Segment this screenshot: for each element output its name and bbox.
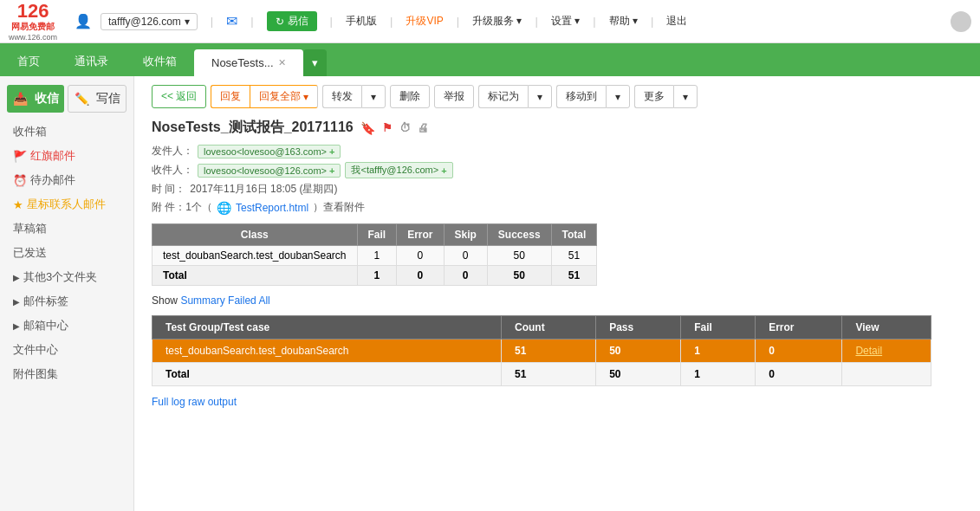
test-case-cell: test_doubanSearch.test_doubanSearch [153,340,502,363]
mobile-link[interactable]: 手机版 [346,14,377,29]
move-dropdown-button[interactable]: ▾ [606,85,630,108]
col-error2: Error [756,316,842,340]
username: tafffy@126.com [108,16,181,28]
email-time: 时 间： 2017年11月16日 18:05 (星期四) [152,182,963,197]
tab-contacts[interactable]: 通讯录 [57,47,126,76]
user-icon: 👤 [75,13,92,29]
chevron-right-icon-3: ▶ [13,321,20,331]
logout-link[interactable]: 退出 [666,14,687,29]
tab-home[interactable]: 首页 [0,47,57,76]
class-cell: Total [153,266,358,286]
sidebar-item-other-folders[interactable]: ▶ 其他3个文件夹 [0,265,133,289]
sidebar-item-drafts[interactable]: 草稿箱 [0,217,133,241]
dropdown-arrow-icon: ▾ [303,91,308,103]
move-arrow-icon: ▾ [615,91,620,103]
chevron-right-icon-2: ▶ [13,297,20,307]
bookmark-icon[interactable]: 🔖 [360,121,375,135]
sidebar-item-attachment-gallery[interactable]: 附件图集 [0,362,133,386]
move-to-button[interactable]: 移动到 [556,85,606,108]
sidebar-item-starred[interactable]: ★ 星标联系人邮件 [0,192,133,217]
sidebar-item-flagged[interactable]: 🚩 红旗邮件 [0,144,133,168]
attachment-link[interactable]: TestReport.html [236,202,308,214]
main-content: << 返回 回复 回复全部 ▾ 转发 ▾ 删除 [134,76,980,511]
upgrade-service-link[interactable]: 升级服务 ▾ [472,14,522,29]
add-to1-button[interactable]: + [329,165,334,176]
count-cell: 51 [502,340,596,363]
view-cell[interactable]: Detail [842,340,931,363]
sidebar-item-file-center[interactable]: 文件中心 [0,338,133,362]
logo-service: 网易免费邮 [11,21,55,33]
add-to2-button[interactable]: + [441,165,446,176]
fail-cell: 1 [357,266,397,286]
forward-button[interactable]: 转发 [322,85,361,108]
reply-all-button[interactable]: 回复全部 ▾ [250,85,318,108]
add-from-button[interactable]: + [329,146,334,157]
pass-cell: 50 [596,340,681,363]
sidebar-item-inbox[interactable]: 收件箱 [0,120,133,144]
more-dropdown-button[interactable]: ▾ [673,85,698,108]
logo-number: 126 [17,2,49,21]
view-cell [842,363,931,386]
col-test-case: Test Group/Test case [153,316,502,340]
star-icon: ★ [13,198,23,211]
yixin-label: 易信 [288,14,308,29]
compose-icon: ✏️ [75,92,89,106]
tab-nosetests[interactable]: NoseTests... ✕ [194,49,303,76]
mark-as-button[interactable]: 标记为 [478,85,528,108]
tab-nosetests-label: NoseTests... [211,56,274,69]
col-class: Class [153,224,358,246]
mark-dropdown-button[interactable]: ▾ [528,85,552,108]
sidebar: 📥 收信 ✏️ 写信 收件箱 🚩 红旗邮件 ⏰ 待办邮件 ★ 星标联系人邮件 草… [0,76,134,511]
more-button[interactable]: 更多 [634,85,673,108]
more-arrow-icon: ▾ [683,91,688,103]
error-cell: 0 [397,246,444,266]
body-layout: 📥 收信 ✏️ 写信 收件箱 🚩 红旗邮件 ⏰ 待办邮件 ★ 星标联系人邮件 草… [0,76,980,511]
show-summary-link[interactable]: Summary [180,294,224,307]
report-button[interactable]: 举报 [434,85,474,108]
from-tag: lovesoo<lovesoo@163.com> + [198,145,341,158]
sidebar-item-mail-tags[interactable]: ▶ 邮件标签 [0,289,133,314]
list-item: Total 51 50 1 0 [153,363,931,386]
sidebar-item-pending[interactable]: ⏰ 待办邮件 [0,168,133,192]
fail-cell2: 1 [681,363,756,386]
col-total: Total [551,224,597,246]
compose-button[interactable]: ✏️ 写信 [68,85,127,113]
success-cell: 50 [487,266,551,286]
flag-email-icon[interactable]: ⚑ [382,121,393,134]
show-failed-link[interactable]: Failed [228,294,256,307]
tab-more-button[interactable]: ▾ [303,49,327,76]
settings-link[interactable]: 设置 ▾ [551,14,580,29]
col-fail: Fail [357,224,397,246]
sidebar-item-sent[interactable]: 已发送 [0,241,133,265]
upgrade-vip-link[interactable]: 升级VIP [406,14,443,29]
skip-cell: 0 [444,266,487,286]
full-log-link[interactable]: Full log raw output [152,396,237,408]
sidebar-item-mail-center[interactable]: ▶ 邮箱中心 [0,314,133,338]
delete-button[interactable]: 删除 [390,85,430,108]
table-row: test_doubanSearch.test_doubanSearch 1 0 … [153,246,597,266]
dropdown-icon: ▾ [185,16,190,28]
full-log-area: Full log raw output [152,395,963,408]
email-to: 收件人： lovesoo<lovesoo@126.com> + 我<tafffy… [152,162,963,178]
table-row: Total 1 0 0 50 51 [153,266,597,286]
yixin-button[interactable]: ↻ 易信 [267,11,317,31]
clock-icon: ⏰ [13,174,27,187]
clock-email-icon[interactable]: ⏱ [399,121,411,134]
summary-table: Class Fail Error Skip Success Total test… [152,223,597,286]
show-all-link[interactable]: All [258,294,269,307]
tab-inbox[interactable]: 收件箱 [126,47,194,76]
col-skip: Skip [444,224,487,246]
reply-button[interactable]: 回复 [211,85,250,108]
receive-button[interactable]: 📥 收信 [7,85,64,113]
email-from: 发件人： lovesoo<lovesoo@163.com> + [152,144,963,158]
back-button[interactable]: << 返回 [152,85,206,108]
print-icon[interactable]: 🖨 [418,121,429,134]
forward-dropdown-button[interactable]: ▾ [361,85,386,108]
tab-close-icon[interactable]: ✕ [278,57,286,68]
top-header: 126 网易免费邮 www.126.com 👤 tafffy@126.com ▾… [0,0,980,43]
help-link[interactable]: 帮助 ▾ [609,14,638,29]
user-info[interactable]: tafffy@126.com ▾ [101,13,198,30]
col-view: View [842,316,931,340]
col-error: Error [397,224,444,246]
detail-link[interactable]: Detail [855,345,882,357]
